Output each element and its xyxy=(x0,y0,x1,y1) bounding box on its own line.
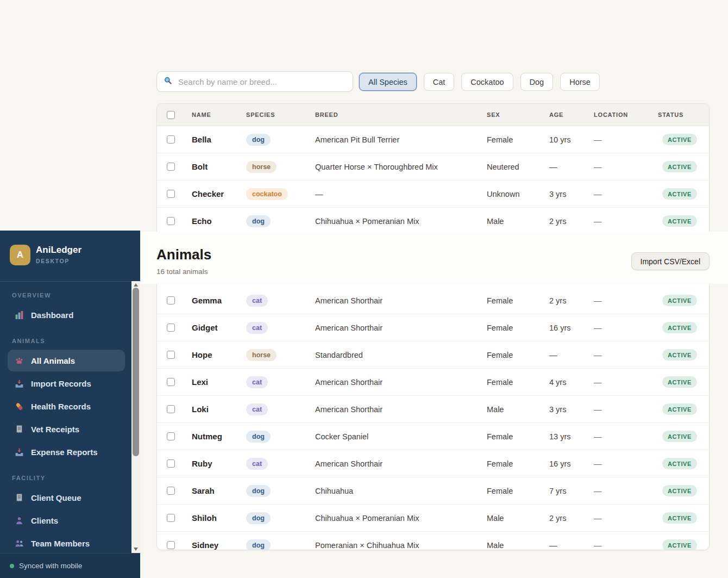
animal-breed: American Pit Bull Terrier xyxy=(315,135,487,144)
animal-sex: Female xyxy=(487,487,549,495)
species-badge: dog xyxy=(246,512,271,524)
sidebar-item-team-members[interactable]: Team Members xyxy=(8,532,125,553)
row-checkbox[interactable] xyxy=(167,217,175,225)
animal-age: 10 yrs xyxy=(549,135,594,144)
animal-age: 2 yrs xyxy=(549,217,594,226)
table-row[interactable]: Ruby cat American Shorthair Female 16 yr… xyxy=(157,450,709,477)
table-row[interactable]: Bella dog American Pit Bull Terrier Fema… xyxy=(157,126,709,153)
status-badge: ACTIVE xyxy=(662,134,697,145)
column-header: SPECIES xyxy=(246,111,315,118)
sync-status-text: Synced with mobile xyxy=(19,562,82,570)
animal-sex: Male xyxy=(487,541,549,550)
table-row[interactable]: Gemma cat American Shorthair Female 2 yr… xyxy=(157,287,709,314)
person-icon xyxy=(14,515,24,525)
sidebar-item-label: Dashboard xyxy=(31,310,73,320)
row-checkbox[interactable] xyxy=(167,459,175,468)
search-input[interactable] xyxy=(177,77,346,87)
status-badge: ACTIVE xyxy=(662,295,697,306)
animal-name: Sarah xyxy=(192,486,246,495)
animal-breed: Quarter Horse × Thoroughbred Mix xyxy=(315,163,487,171)
row-checkbox[interactable] xyxy=(167,135,175,144)
row-checkbox[interactable] xyxy=(167,324,175,332)
animal-sex: Female xyxy=(487,135,549,144)
scroll-down-icon[interactable] xyxy=(134,548,138,551)
sidebar-item-dashboard[interactable]: Dashboard xyxy=(8,304,125,326)
row-checkbox[interactable] xyxy=(167,190,175,198)
table-row[interactable]: Nutmeg dog Cocker Spaniel Female 13 yrs … xyxy=(157,423,709,450)
filter-cat[interactable]: Cat xyxy=(424,73,455,91)
sidebar-item-label: All Animals xyxy=(31,356,75,365)
table-row[interactable]: Hope horse Standardbred Female — — ACTIV… xyxy=(157,341,709,369)
sidebar-scrollbar[interactable] xyxy=(131,281,140,553)
table-row[interactable]: Echo dog Chihuahua × Pomeranian Mix Male… xyxy=(157,208,709,235)
table-row[interactable]: Sidney dog Pomeranian × Chihuahua Mix Ma… xyxy=(157,532,709,550)
animal-age: — xyxy=(549,163,594,171)
table-row[interactable]: Gidget cat American Shorthair Female 16 … xyxy=(157,314,709,341)
filter-dog[interactable]: Dog xyxy=(520,73,554,91)
sidebar-nav: OVERVIEW Dashboard ANIMALS All Animals I… xyxy=(0,281,131,553)
sidebar-item-label: Team Members xyxy=(31,539,90,548)
table-row[interactable]: Checker cockatoo — Unknown 3 yrs — ACTIV… xyxy=(157,181,709,208)
row-checkbox[interactable] xyxy=(167,405,175,413)
species-filters: All Species Cat Cockatoo Dog Horse xyxy=(359,73,600,91)
row-checkbox[interactable] xyxy=(167,514,175,522)
table-row[interactable]: Shiloh dog Chihuahua × Pomeranian Mix Ma… xyxy=(157,505,709,532)
scroll-up-icon[interactable] xyxy=(134,283,138,287)
table-header: NAMESPECIESBREEDSEXAGELOCATIONSTATUS xyxy=(157,104,709,126)
sidebar-item-client-queue[interactable]: Client Queue xyxy=(8,487,125,508)
sidebar-item-clients[interactable]: Clients xyxy=(8,509,125,531)
species-badge: horse xyxy=(246,161,277,173)
status-badge: ACTIVE xyxy=(662,431,697,442)
sidebar-item-health-records[interactable]: Health Records xyxy=(8,395,125,417)
species-badge: dog xyxy=(246,134,271,146)
animal-age: 13 yrs xyxy=(549,432,594,441)
row-checkbox[interactable] xyxy=(167,487,175,495)
animal-name: Loki xyxy=(192,405,246,414)
receipt-icon xyxy=(14,424,24,434)
animal-sex: Female xyxy=(487,324,549,332)
animal-name: Ruby xyxy=(192,459,246,468)
sidebar-item-expense-reports[interactable]: Expense Reports xyxy=(8,441,125,463)
animal-location: — xyxy=(594,432,658,441)
paw-icon xyxy=(14,356,24,365)
filter-all-species[interactable]: All Species xyxy=(359,73,417,91)
row-checkbox[interactable] xyxy=(167,432,175,440)
animal-breed: American Shorthair xyxy=(315,324,487,332)
sidebar-item-vet-receipts[interactable]: Vet Receipts xyxy=(8,418,125,440)
row-checkbox[interactable] xyxy=(167,541,175,549)
table-row[interactable]: Lexi cat American Shorthair Female 4 yrs… xyxy=(157,369,709,396)
sidebar-item-import-records[interactable]: Import Records xyxy=(8,372,125,394)
sidebar-item-all-animals[interactable]: All Animals xyxy=(8,350,125,371)
table-row[interactable]: Loki cat American Shorthair Male 3 yrs —… xyxy=(157,396,709,423)
table-row[interactable]: Sarah dog Chihuahua Female 7 yrs — ACTIV… xyxy=(157,477,709,505)
animal-sex: Male xyxy=(487,514,549,523)
row-checkbox[interactable] xyxy=(167,163,175,171)
import-csv-button[interactable]: Import CSV/Excel xyxy=(631,252,710,270)
animal-sex: Female xyxy=(487,459,549,468)
animal-location: — xyxy=(594,217,658,226)
row-checkbox[interactable] xyxy=(167,378,175,386)
select-all-checkbox[interactable] xyxy=(167,111,175,119)
scrollbar-thumb[interactable] xyxy=(133,288,139,456)
column-header: AGE xyxy=(549,111,594,118)
animals-table: NAMESPECIESBREEDSEXAGELOCATIONSTATUS Bel… xyxy=(156,103,710,550)
animal-name: Shiloh xyxy=(192,513,246,523)
filter-horse[interactable]: Horse xyxy=(560,73,600,91)
table-row[interactable]: Bolt horse Quarter Horse × Thoroughbred … xyxy=(157,153,709,181)
aniledger-app: All Species Cat Cockatoo Dog Horse NAMES… xyxy=(0,0,728,578)
search-icon xyxy=(164,76,172,87)
sidebar-item-label: Expense Reports xyxy=(31,448,98,457)
animal-breed: Chihuahua xyxy=(315,487,487,495)
animal-breed: Chihuahua × Pomeranian Mix xyxy=(315,514,487,523)
row-checkbox[interactable] xyxy=(167,351,175,359)
row-checkbox[interactable] xyxy=(167,296,175,304)
animal-location: — xyxy=(594,405,658,414)
animal-location: — xyxy=(594,487,658,495)
animal-age: — xyxy=(549,541,594,550)
filter-cockatoo[interactable]: Cockatoo xyxy=(461,73,513,91)
app-logo: A xyxy=(10,245,30,265)
animal-age: 16 yrs xyxy=(549,459,594,468)
species-badge: dog xyxy=(246,485,271,497)
animal-name: Bolt xyxy=(192,162,246,171)
sidebar-item-label: Import Records xyxy=(31,379,91,388)
